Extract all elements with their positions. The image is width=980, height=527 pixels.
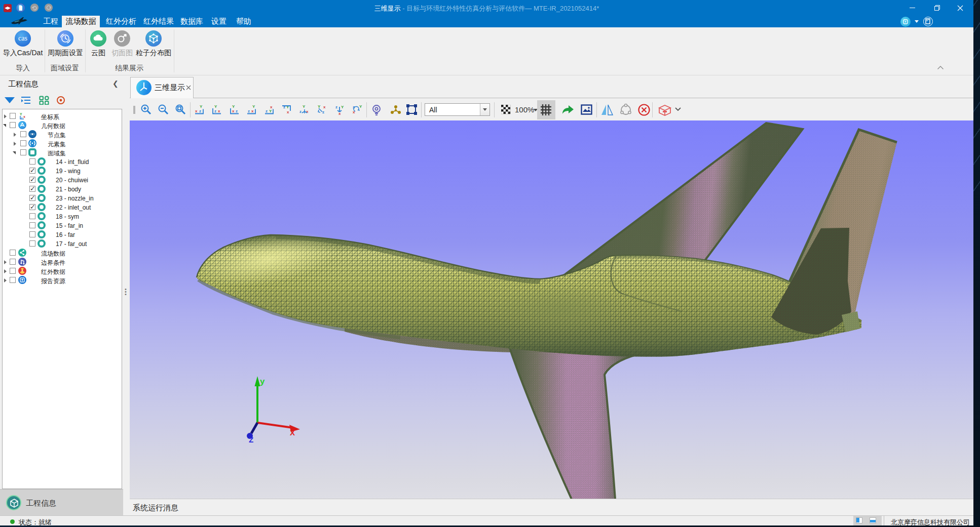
- svg-text:x: x: [23, 115, 25, 118]
- svg-text:x: x: [195, 109, 198, 113]
- svg-text:z: z: [236, 109, 238, 113]
- svg-text:z: z: [21, 116, 23, 119]
- svg-text:Y: Y: [200, 104, 203, 109]
- svg-text:x: x: [218, 109, 220, 113]
- svg-text:Y: Y: [269, 109, 272, 113]
- svg-text:z: z: [248, 109, 250, 113]
- svg-text:z: z: [322, 110, 324, 114]
- svg-text:X: X: [290, 428, 295, 437]
- svg-text:y: y: [260, 377, 265, 386]
- svg-text:Y: Y: [341, 105, 344, 109]
- svg-text:x: x: [232, 109, 235, 113]
- svg-text:Y: Y: [318, 104, 321, 109]
- svg-text:z: z: [299, 109, 301, 114]
- svg-text:Y: Y: [359, 104, 362, 109]
- svg-text:Y: Y: [232, 104, 235, 109]
- svg-text:x: x: [306, 109, 309, 114]
- svg-text:Y: Y: [303, 104, 306, 109]
- svg-text:z: z: [335, 105, 337, 109]
- svg-text:x: x: [338, 111, 341, 115]
- svg-text:Y: Y: [20, 112, 22, 116]
- svg-text:z: z: [266, 109, 268, 113]
- svg-text:z: z: [199, 109, 201, 113]
- svg-text:z: z: [214, 109, 216, 113]
- svg-text:Y: Y: [214, 104, 217, 109]
- svg-text:Y: Y: [252, 104, 255, 109]
- svg-text:x: x: [251, 109, 254, 113]
- svg-text:x: x: [287, 110, 289, 114]
- svg-text:x: x: [323, 105, 326, 109]
- svg-text:Z: Z: [249, 435, 253, 444]
